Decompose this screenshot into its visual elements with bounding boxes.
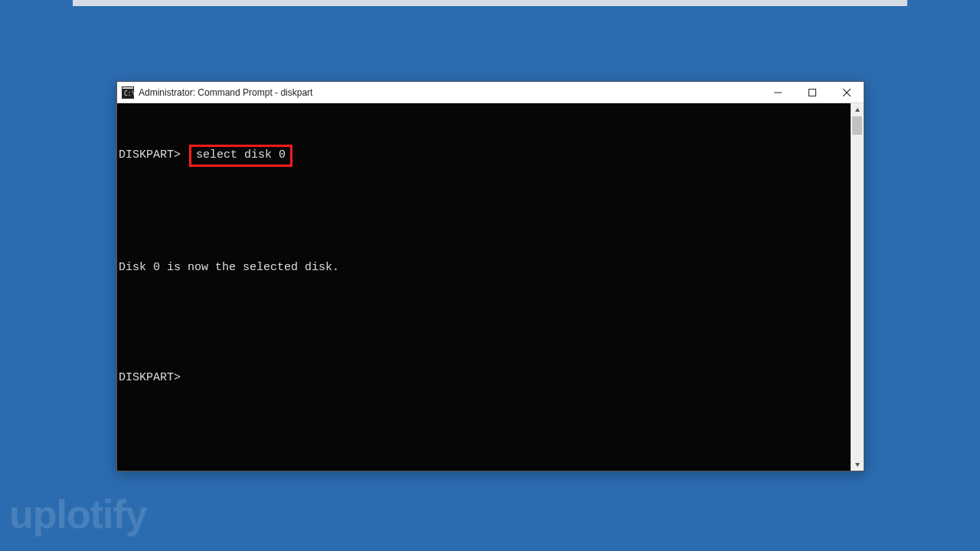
maximize-button[interactable] (795, 82, 829, 103)
cmd-icon: C:\ (122, 86, 134, 99)
window-title: Administrator: Command Prompt - diskpart (139, 87, 760, 98)
top-bar-fragment (73, 0, 907, 6)
svg-rect-1 (122, 87, 133, 89)
watermark-text: uplotify (9, 491, 147, 537)
terminal-line: DISKPART> (117, 369, 851, 387)
titlebar[interactable]: C:\ Administrator: Command Prompt - disk… (117, 82, 864, 103)
prompt: DISKPART> (119, 371, 181, 384)
scrollbar[interactable] (851, 103, 864, 471)
scroll-thumb[interactable] (852, 116, 862, 135)
svg-text:C:\: C:\ (124, 90, 134, 97)
highlighted-command: select disk 0 (189, 145, 292, 167)
svg-rect-4 (808, 90, 815, 96)
close-button[interactable] (829, 82, 864, 103)
terminal-line: Disk 0 is now the selected disk. (117, 259, 851, 277)
scroll-down-button[interactable] (851, 458, 864, 471)
scroll-up-button[interactable] (851, 103, 864, 116)
terminal-area: DISKPART> select disk 0 Disk 0 is now th… (117, 103, 864, 471)
terminal-line: DISKPART> select disk 0 (117, 145, 851, 167)
scroll-track[interactable] (851, 116, 864, 458)
command-prompt-window: C:\ Administrator: Command Prompt - disk… (116, 81, 864, 471)
terminal-output[interactable]: DISKPART> select disk 0 Disk 0 is now th… (117, 103, 851, 471)
minimize-button[interactable] (760, 82, 795, 103)
svg-marker-7 (855, 108, 860, 112)
svg-marker-8 (855, 463, 860, 467)
prompt: DISKPART> (119, 148, 181, 161)
window-controls (760, 82, 864, 103)
